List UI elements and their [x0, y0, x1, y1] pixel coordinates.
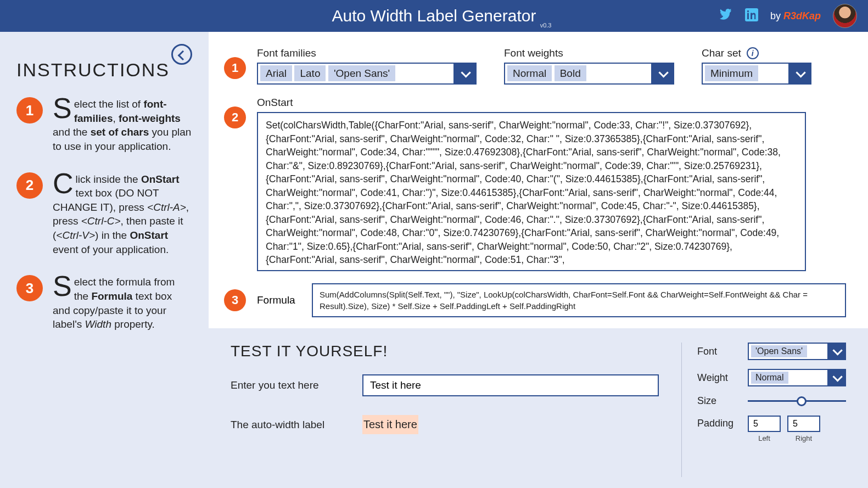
chevron-down-icon[interactable]: [651, 64, 673, 83]
chevron-down-icon[interactable]: [827, 370, 845, 385]
config-section: 1 Font families Arial Lato 'Open Sans' F…: [209, 32, 868, 328]
select-tag: Arial: [260, 65, 292, 81]
padding-right-input[interactable]: [787, 416, 820, 432]
avatar[interactable]: [833, 4, 857, 28]
fontweight-label: Font weights: [504, 47, 674, 59]
app-header: Auto Width Label Generator v0.3 by R3dKa…: [0, 0, 868, 32]
instruction-item: 3 Select the formula from the Formula te…: [16, 275, 192, 332]
test-font-value: 'Open Sans': [751, 345, 807, 357]
test-size-slider[interactable]: [748, 396, 846, 407]
instruction-item: 2 Click inside the OnStart text box (DO …: [16, 172, 192, 257]
test-font-select[interactable]: 'Open Sans': [748, 343, 846, 360]
chevron-down-icon[interactable]: [453, 64, 475, 83]
fontfam-select[interactable]: Arial Lato 'Open Sans': [257, 63, 477, 85]
padding-right-sublabel: Right: [796, 434, 812, 442]
select-tag: Normal: [507, 65, 552, 81]
test-controls: Font 'Open Sans' Weight Normal Size: [681, 343, 846, 477]
test-weight-value: Normal: [751, 372, 788, 384]
app-version: v0.3: [540, 22, 552, 29]
test-font-label: Font: [697, 346, 739, 357]
instruction-item: 1 Select the list of font-families, font…: [16, 97, 192, 154]
instruction-text: Select the list of font-families, font-w…: [53, 97, 192, 154]
author-name[interactable]: R3dKap: [783, 10, 821, 21]
select-tag: Bold: [555, 65, 586, 81]
charset-label: Char set i: [702, 47, 811, 59]
enter-text-input[interactable]: [362, 374, 659, 396]
select-tag: 'Open Sans': [328, 65, 395, 81]
formula-label: Formula: [257, 294, 301, 306]
autowidth-label: The auto-width label: [231, 419, 340, 431]
step-badge: 3: [16, 275, 43, 301]
step-badge: 1: [16, 97, 43, 124]
step-badge-3: 3: [224, 289, 246, 311]
instructions-heading: INSTRUCTIONS: [16, 59, 192, 81]
enter-text-label: Enter you text here: [231, 379, 340, 391]
test-weight-select[interactable]: Normal: [748, 369, 846, 386]
onstart-label: OnStart: [257, 97, 806, 109]
instruction-text: Click inside the OnStart text box (DO NO…: [53, 172, 192, 257]
by-prefix: by: [770, 10, 783, 21]
fontweight-select[interactable]: Normal Bold: [504, 63, 674, 85]
padding-left-input[interactable]: [748, 416, 781, 432]
main-panel: 1 Font families Arial Lato 'Open Sans' F…: [209, 32, 868, 488]
padding-left-sublabel: Left: [758, 434, 770, 442]
step-badge-1: 1: [224, 57, 246, 79]
collapse-sidebar-button[interactable]: [171, 44, 192, 65]
onstart-textbox[interactable]: Set(colCharsWidth,Table({CharFont:"Arial…: [257, 112, 806, 271]
app-title: Auto Width Label Generator v0.3: [332, 7, 536, 25]
select-tag: Minimum: [705, 65, 758, 81]
step-badge-2: 2: [224, 106, 246, 128]
author-credit: by R3dKap: [770, 10, 821, 22]
charset-select[interactable]: Minimum: [702, 63, 811, 85]
header-right: by R3dKap: [719, 4, 857, 28]
twitter-icon[interactable]: [719, 9, 733, 24]
instruction-text: Select the formula from the Formula text…: [53, 275, 192, 332]
test-size-label: Size: [697, 395, 739, 407]
linkedin-icon[interactable]: [745, 8, 758, 24]
test-heading: TEST IT YOURSELF!: [231, 343, 665, 360]
app-title-text: Auto Width Label Generator: [332, 7, 536, 25]
test-weight-label: Weight: [697, 372, 739, 384]
chevron-left-icon: [178, 51, 186, 58]
instructions-sidebar: INSTRUCTIONS 1 Select the list of font-f…: [0, 32, 209, 488]
step-badge: 2: [16, 172, 43, 199]
select-tag: Lato: [294, 65, 326, 81]
chevron-down-icon[interactable]: [827, 344, 845, 359]
formula-textbox[interactable]: Sum(AddColumns(Split(Self.Text, ""), "Si…: [312, 283, 846, 317]
test-padding-label: Padding: [697, 416, 739, 429]
test-panel: TEST IT YOURSELF! Enter you text here Th…: [209, 328, 868, 488]
fontfam-label: Font families: [257, 47, 477, 59]
chevron-down-icon[interactable]: [788, 64, 810, 83]
autowidth-result: Test it here: [362, 415, 418, 434]
info-icon[interactable]: i: [747, 47, 759, 59]
